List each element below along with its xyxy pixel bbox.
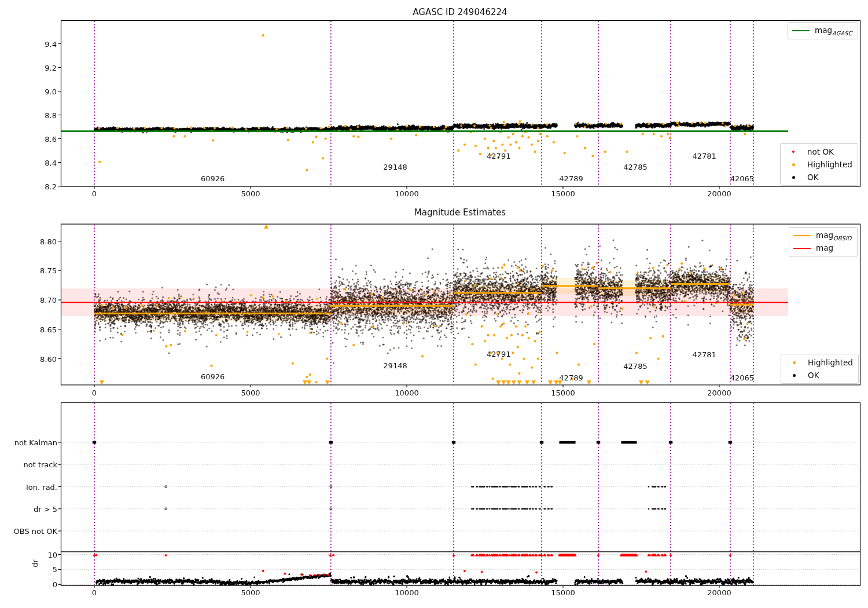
- legend-row-not-ok: not OK: [785, 145, 852, 158]
- not-ok-marker-icon: [792, 151, 795, 153]
- x-tick-label: 20000: [707, 389, 731, 397]
- x-tick-label: 10000: [395, 189, 418, 198]
- legend-row-mag-agasc: magAGASC: [792, 24, 852, 37]
- x-tick-label: 0: [92, 588, 97, 597]
- x-tick-label: 15000: [551, 389, 575, 397]
- x-tick-label: 5000: [241, 588, 260, 597]
- dr-tick-label: 10: [47, 550, 57, 559]
- mag-line-swatch: [793, 248, 811, 249]
- legend-row-highlighted: Highlighted: [785, 158, 852, 171]
- panel1-y-tick-label: 8.8: [45, 111, 57, 119]
- panel2-title: Magnitude Estimates: [414, 207, 506, 218]
- obsid-label-panel1: 42781: [692, 151, 716, 160]
- panel1-y-tick-label: 9.0: [45, 87, 57, 96]
- panel2-y-tick-label: 8.65: [40, 325, 57, 334]
- legend-mag-agasc-label: magAGASC: [815, 25, 852, 36]
- highlighted-marker-icon: [792, 163, 795, 166]
- highlighted-marker-icon: [793, 361, 796, 364]
- panel2-y-tick-label: 8.60: [40, 354, 57, 363]
- legend-ok-label: OK: [807, 173, 818, 182]
- legend-row-highlighted2: Highlighted: [785, 356, 853, 369]
- ok-marker-icon: [793, 374, 796, 377]
- figure: AGASC ID 249046224 Magnitude Estimates m…: [0, 0, 868, 608]
- x-tick-label: 10000: [395, 588, 418, 597]
- panel2-y-tick-label: 8.70: [40, 296, 57, 305]
- obsid-label-panel2: 29148: [383, 361, 407, 369]
- obsid-label-panel1: 42791: [487, 151, 510, 160]
- panel1-title: AGASC ID 249046224: [413, 7, 507, 17]
- x-tick-label: 15000: [551, 588, 575, 597]
- panel1-y-tick-label: 8.6: [45, 134, 57, 143]
- obsid-label-panel2: 60926: [201, 372, 225, 380]
- obsid-label-panel1: 60926: [201, 174, 225, 182]
- legend-not-ok-label: not OK: [807, 147, 834, 156]
- dr-tick-label: 0: [53, 580, 57, 589]
- panel2-y-tick-label: 8.75: [40, 266, 57, 275]
- obsid-label-panel2: 42781: [692, 350, 716, 359]
- obsid-label-panel1: 42065: [730, 174, 754, 182]
- flag-category-label: not track: [23, 460, 57, 469]
- flag-category-label: OBS not OK: [14, 527, 58, 536]
- x-tick-label: 0: [92, 389, 97, 397]
- legend-panel1-markers: not OK Highlighted OK: [780, 143, 858, 186]
- x-tick-label: 15000: [551, 189, 575, 198]
- chart-canvas: [0, 0, 868, 608]
- x-tick-label: 10000: [395, 389, 418, 397]
- legend-mag-obsid-label: magOBSID: [816, 230, 852, 241]
- mag-obsid-line-swatch: [793, 235, 811, 236]
- flag-category-label: dr > 5: [34, 504, 57, 513]
- dr-tick-label: 5: [53, 565, 57, 574]
- x-tick-label: 5000: [241, 189, 260, 198]
- legend-mag-agasc: magAGASC: [788, 22, 858, 39]
- x-tick-label: 0: [92, 189, 97, 198]
- x-tick-label: 20000: [707, 189, 731, 198]
- legend-row-ok: OK: [785, 171, 852, 184]
- panel1-y-tick-label: 8.2: [45, 182, 57, 191]
- legend-mag-label: mag: [816, 243, 833, 254]
- obsid-label-panel1: 29148: [383, 163, 407, 171]
- obsid-label-panel2: 42791: [487, 350, 510, 358]
- flag-category-label: Ion. rad.: [26, 482, 57, 491]
- legend-row-ok2: OK: [785, 369, 853, 382]
- obsid-label-panel1: 42789: [559, 174, 583, 182]
- obsid-label-panel2: 42065: [730, 373, 754, 382]
- legend-panel2-markers: Highlighted OK: [781, 354, 859, 384]
- legend-highlighted-label: Highlighted: [807, 160, 852, 169]
- panel1-y-tick-label: 9.4: [45, 39, 57, 48]
- dr-axis-label: dr: [27, 552, 42, 575]
- panel1-y-tick-label: 8.4: [45, 158, 57, 167]
- obsid-label-panel2: 42785: [623, 361, 647, 370]
- flag-category-label: not Kalman: [14, 438, 57, 447]
- panel1-y-tick-label: 9.2: [45, 63, 57, 72]
- x-tick-label: 20000: [707, 588, 731, 597]
- legend-row-mag-obsid: magOBSID: [793, 229, 852, 242]
- obsid-label-panel2: 42789: [559, 373, 583, 382]
- ok-marker-icon: [792, 176, 795, 179]
- legend-panel2-lines: magOBSID mag: [789, 227, 858, 257]
- obsid-label-panel1: 42785: [623, 163, 647, 171]
- panel2-y-tick-label: 8.80: [40, 237, 57, 246]
- mag-agasc-line-swatch: [792, 30, 810, 31]
- legend-row-mag: mag: [793, 242, 852, 255]
- legend-ok2-label: OK: [808, 371, 819, 380]
- x-tick-label: 5000: [241, 389, 260, 397]
- legend-highlighted2-label: Highlighted: [808, 358, 853, 367]
